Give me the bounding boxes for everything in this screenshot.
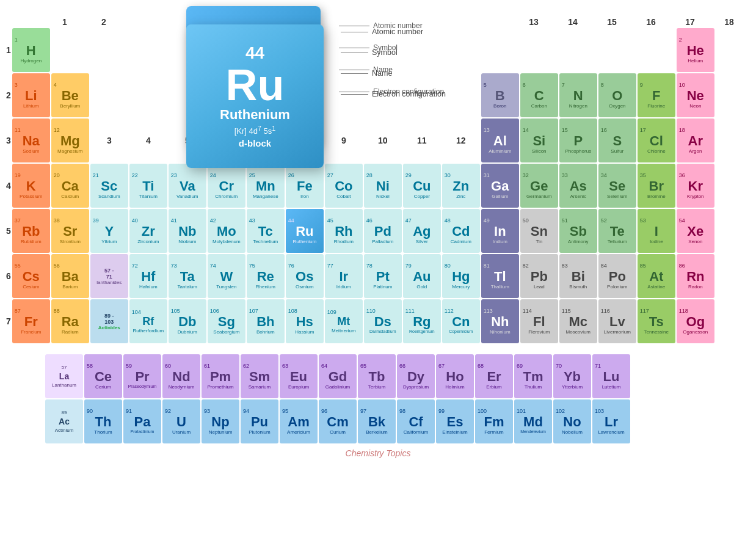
element-Si[interactable]: 14SiSilicon <box>520 118 558 162</box>
element-Zn[interactable]: 30ZnZinc <box>442 164 480 208</box>
element-Au[interactable]: 79AuGold <box>403 254 441 298</box>
element-Cu[interactable]: 29CuCopper <box>403 164 441 208</box>
element-Ca[interactable]: 20CaCalcium <box>51 164 89 208</box>
element-I[interactable]: 53IIodine <box>638 209 675 253</box>
element-In[interactable]: 49InIndium <box>481 209 519 253</box>
element-O[interactable]: 8OOxygen <box>598 73 636 117</box>
element-Li[interactable]: 3LiLithium <box>12 73 50 117</box>
element-Dy[interactable]: 66DyDysprosium <box>397 354 435 398</box>
element-Cs[interactable]: 55CsCesium <box>12 254 50 298</box>
element-Nh[interactable]: 113NhNihonium <box>481 299 519 343</box>
element-Bi[interactable]: 83BiBismuth <box>559 254 597 298</box>
element-Tc[interactable]: 43TcTechnetium <box>247 209 285 253</box>
element-Eu[interactable]: 63EuEuropium <box>280 354 318 398</box>
element-No[interactable]: 102NoNobelium <box>553 399 591 443</box>
element-Hg[interactable]: 80HgMercury <box>442 254 480 298</box>
element-Sb[interactable]: 51SbAntimony <box>559 209 597 253</box>
element-Zr[interactable]: 40ZrZirconium <box>129 209 167 253</box>
element-Lv[interactable]: 116LvLivermorium <box>598 299 636 343</box>
element-Sc[interactable]: 21ScScandium <box>90 164 128 208</box>
element-N[interactable]: 7NNitrogen <box>559 73 597 117</box>
element-Re[interactable]: 75ReRhenium <box>247 254 285 298</box>
element-Og[interactable]: 118OgOganesson <box>677 299 714 343</box>
element-Pr[interactable]: 59PrPraseodymium <box>123 354 161 398</box>
element-F[interactable]: 9FFluorine <box>638 73 675 117</box>
element-Er[interactable]: 68ErErbium <box>475 354 513 398</box>
element-Fr[interactable]: 87FrFrancium <box>12 299 50 343</box>
element-Ar[interactable]: 18ArArgon <box>677 118 714 162</box>
element-Te[interactable]: 52TeTellurium <box>598 209 636 253</box>
element-Fm[interactable]: 100FmFermium <box>475 399 513 443</box>
element-Yb[interactable]: 70YbYtterbium <box>553 354 591 398</box>
element-Cr[interactable]: 24CrChromium <box>208 164 245 208</box>
element-Mt[interactable]: 109MtMeitnerium <box>325 299 363 343</box>
element-Cf[interactable]: 98CfCalifornium <box>397 399 435 443</box>
element-Fl[interactable]: 114FlFlerovium <box>520 299 558 343</box>
element-Rf[interactable]: 104RfRutherfordium <box>129 299 167 343</box>
element-Cl[interactable]: 17ClChlorine <box>638 118 675 162</box>
element-Bk[interactable]: 97BkBerkelium <box>358 399 396 443</box>
element-Kr[interactable]: 36KrKrypton <box>677 164 714 208</box>
element-Mn[interactable]: 25MnManganese <box>247 164 285 208</box>
element-Am[interactable]: 95AmAmericium <box>280 399 318 443</box>
element-Rh[interactable]: 45RhRhodium <box>325 209 363 253</box>
element-B[interactable]: 5BBoron <box>481 73 519 117</box>
element-Lr[interactable]: 103LrLawrencium <box>592 399 630 443</box>
element-Sm[interactable]: 62SmSamarium <box>241 354 278 398</box>
element-Ti[interactable]: 22TiTitanium <box>129 164 167 208</box>
element-Ag[interactable]: 47AgSilver <box>403 209 441 253</box>
element-Nd[interactable]: 60NdNeodymium <box>162 354 200 398</box>
element-Th[interactable]: 90ThThorium <box>84 399 122 443</box>
element-At[interactable]: 85AtAstatine <box>638 254 675 298</box>
element-Ga[interactable]: 31GaGallium <box>481 164 519 208</box>
element-Ba[interactable]: 56BaBarium <box>51 254 89 298</box>
element-Pd[interactable]: 46PdPalladium <box>364 209 402 253</box>
element-Ni[interactable]: 28NiNickel <box>364 164 402 208</box>
element-Hs[interactable]: 108HsHassium <box>286 299 324 343</box>
element-Ds[interactable]: 110DsDarmstadtium <box>364 299 402 343</box>
element-Pu[interactable]: 94PuPlutonium <box>241 399 278 443</box>
element-Mc[interactable]: 115McMoscovium <box>559 299 597 343</box>
element-Ru-selected[interactable]: 44RuRuthenium <box>286 209 324 253</box>
element-Ne[interactable]: 10NeNeon <box>677 73 714 117</box>
element-Ge[interactable]: 32GeGermanium <box>520 164 558 208</box>
element-Sg[interactable]: 106SgSeaborgium <box>208 299 245 343</box>
element-Mo[interactable]: 42MoMolybdenum <box>208 209 245 253</box>
element-C[interactable]: 6CCarbon <box>520 73 558 117</box>
element-Bh[interactable]: 107BhBohrium <box>247 299 285 343</box>
element-H[interactable]: 1 H Hydrogen <box>12 28 50 72</box>
element-Sr[interactable]: 38SrStrontium <box>51 209 89 253</box>
element-Nb[interactable]: 41NbNiobium <box>169 209 206 253</box>
element-Fe[interactable]: 26FeIron <box>286 164 324 208</box>
element-Al[interactable]: 13AlAluminium <box>481 118 519 162</box>
element-Tm[interactable]: 69TmThulium <box>514 354 552 398</box>
element-Se[interactable]: 34SeSelenium <box>598 164 636 208</box>
element-Md[interactable]: 101MdMendelevium <box>514 399 552 443</box>
element-Ce[interactable]: 58CeCerium <box>84 354 122 398</box>
element-Hf[interactable]: 72HfHafnium <box>129 254 167 298</box>
element-Ts[interactable]: 117TsTennessine <box>638 299 675 343</box>
element-Ra[interactable]: 88RaRadium <box>51 299 89 343</box>
element-Mg[interactable]: 12MgMagnesium <box>51 118 89 162</box>
element-Co[interactable]: 27CoCobalt <box>325 164 363 208</box>
element-Np[interactable]: 93NpNeptunium <box>202 399 239 443</box>
element-Rg[interactable]: 111RgRoentgenium <box>403 299 441 343</box>
element-Tb[interactable]: 65TbTerbium <box>358 354 396 398</box>
element-V[interactable]: 23VaVanadium <box>169 164 206 208</box>
element-Es[interactable]: 99EsEinsteinium <box>436 399 474 443</box>
element-Cn[interactable]: 112CnCopernicium <box>442 299 480 343</box>
element-K[interactable]: 19KPotassium <box>12 164 50 208</box>
element-Y[interactable]: 39YYttrium <box>90 209 128 253</box>
element-Br[interactable]: 35BrBromine <box>638 164 675 208</box>
element-Lu[interactable]: 71LuLutetium <box>592 354 630 398</box>
element-Po[interactable]: 84PoPolonium <box>598 254 636 298</box>
element-Cd[interactable]: 48CdCadmium <box>442 209 480 253</box>
element-Db[interactable]: 105DbDubnium <box>169 299 206 343</box>
element-Rb[interactable]: 37RbRubidium <box>12 209 50 253</box>
element-Ta[interactable]: 73TaTantalum <box>169 254 206 298</box>
element-He[interactable]: 2 He Helium <box>677 28 714 72</box>
element-W[interactable]: 74WTungsten <box>208 254 245 298</box>
element-Pb[interactable]: 82PbLead <box>520 254 558 298</box>
element-U[interactable]: 92UUranium <box>162 399 200 443</box>
element-Tl[interactable]: 81TlThallium <box>481 254 519 298</box>
